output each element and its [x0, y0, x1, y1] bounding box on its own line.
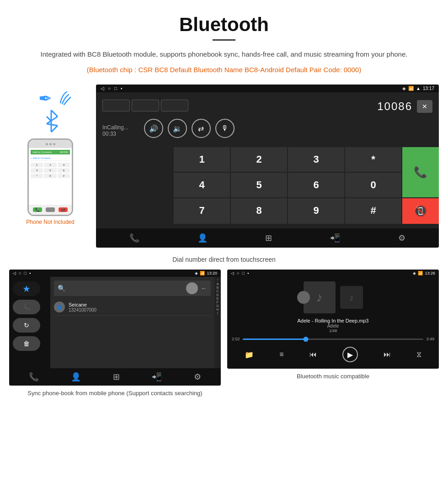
- music-artist: Adele: [298, 323, 369, 328]
- pb-nav-transfer[interactable]: 📲: [152, 372, 162, 382]
- pb-alpha-C[interactable]: C: [216, 290, 219, 293]
- pb-profile-circle: [186, 282, 198, 294]
- dial-key-9[interactable]: 9: [288, 198, 344, 224]
- dial-key-3[interactable]: 3: [288, 147, 344, 172]
- dial-key-8[interactable]: 8: [231, 198, 287, 224]
- pb-notif-icon: ▪: [29, 271, 31, 275]
- title-underline: [213, 39, 235, 41]
- nav-contacts-icon[interactable]: 👤: [197, 233, 208, 243]
- music-signal-icon: 📶: [418, 271, 423, 275]
- dial-key-5[interactable]: 5: [231, 173, 287, 197]
- volume-down-button[interactable]: 🔉: [168, 119, 187, 138]
- call-info: InCalling... 00:33: [102, 124, 128, 137]
- dial-key-7[interactable]: 7: [174, 198, 230, 224]
- phone-bottom-bar: 📞 📵: [29, 205, 72, 215]
- phonebook-alpha-index: * A B C D E F G H I: [214, 277, 221, 368]
- pb-search-icon: 🔍: [58, 285, 65, 292]
- music-home-icon: ○: [237, 271, 239, 275]
- pb-alpha-E[interactable]: E: [217, 297, 219, 300]
- phone-signal-icon: 📶: [408, 86, 414, 91]
- nav-keypad-icon[interactable]: ⊞: [265, 233, 272, 243]
- music-play-button[interactable]: ▶: [342, 347, 358, 362]
- phone-key-0: 0: [44, 174, 56, 178]
- mic-button[interactable]: 🎙: [215, 119, 235, 138]
- pb-nav-settings[interactable]: ⚙: [194, 372, 201, 382]
- page-description: Integrated with BC8 Bluetooth module, su…: [27, 49, 421, 60]
- dialer-number-display: [102, 100, 193, 113]
- phone-image: Add to ContactsMORE + Add to Contacts 1 …: [27, 138, 73, 216]
- music-total-time: 3:49: [426, 337, 434, 341]
- pb-delete-icon[interactable]: 🗑: [13, 336, 40, 351]
- phone-key-1: 1: [31, 163, 43, 167]
- music-prev-icon[interactable]: ⏮: [309, 350, 317, 359]
- pb-contact-name: Seicane: [69, 302, 96, 307]
- transfer-button[interactable]: ⇄: [192, 119, 211, 138]
- pb-home-icon: ○: [19, 271, 21, 275]
- phone-key-hash: #: [58, 174, 70, 178]
- phone-home-button: [46, 207, 55, 212]
- phone-end-button: 📵: [59, 207, 68, 212]
- pb-alpha-star[interactable]: *: [217, 279, 219, 282]
- dialer-caption: Dial number direct from touchscreen: [0, 252, 448, 270]
- music-eq-icon[interactable]: ⧖: [416, 350, 421, 359]
- music-next-icon[interactable]: ⏭: [384, 350, 391, 359]
- dial-end-button[interactable]: 📵: [402, 198, 439, 224]
- pb-back-arrow[interactable]: ←: [201, 285, 207, 292]
- status-right-icons: ◈ 📶 ▲ 13:17: [402, 86, 434, 91]
- pb-alpha-F[interactable]: F: [217, 301, 219, 304]
- pb-bluetooth-icon[interactable]: ★: [13, 281, 40, 296]
- phonebook-contact-row[interactable]: 👤 Seicane 13241007000: [54, 299, 211, 316]
- notification-icon: ▪: [121, 86, 123, 91]
- pb-alpha-A[interactable]: A: [217, 282, 219, 286]
- dial-key-hash[interactable]: #: [345, 198, 401, 224]
- pb-phone-icon[interactable]: 📞: [13, 300, 40, 314]
- phone-key-3: 3: [58, 163, 70, 167]
- dialer-bottom-nav: 📞 👤 ⊞ 📲 ⚙: [96, 228, 439, 248]
- music-item: ◁ ○ □ ▪ ◈ 📶 13:26 ♪: [227, 270, 439, 401]
- phonebook-caption: Sync phone-book from mobile phone (Suppo…: [9, 386, 221, 401]
- pb-alpha-H[interactable]: H: [216, 308, 219, 311]
- recents-icon: □: [114, 86, 117, 91]
- dial-answer-button[interactable]: 📞: [402, 147, 439, 197]
- music-folder-icon[interactable]: 📁: [245, 350, 254, 359]
- pb-nav-calls[interactable]: 📞: [29, 372, 39, 382]
- album-art-secondary: ♪: [340, 286, 363, 309]
- nav-settings-icon[interactable]: ⚙: [398, 233, 405, 243]
- music-progress-bar[interactable]: [243, 339, 424, 340]
- location-icon: ◈: [402, 86, 406, 91]
- nav-calls-icon[interactable]: 📞: [129, 233, 139, 243]
- dialer-keypad-wrapper: 1 2 3 * 📞 4 5 6 0 7 8 9 # 📵: [96, 147, 439, 224]
- pb-alpha-I[interactable]: I: [217, 312, 218, 315]
- nav-transfer-icon[interactable]: 📲: [330, 233, 340, 243]
- pb-time: 13:20: [207, 271, 217, 275]
- dialer-timer: 00:33: [102, 131, 128, 137]
- pb-alpha-B[interactable]: B: [217, 286, 219, 289]
- music-screen: ◁ ○ □ ▪ ◈ 📶 13:26 ♪: [227, 270, 439, 369]
- pb-alpha-D[interactable]: D: [216, 293, 219, 296]
- dial-key-1[interactable]: 1: [174, 147, 230, 172]
- phone-add-contact: + Add to Contacts: [31, 156, 70, 161]
- dialer-delete-button[interactable]: ✕: [417, 100, 432, 113]
- pb-nav-contacts[interactable]: 👤: [71, 372, 81, 382]
- phonebook-item: ◁ ○ □ ▪ ◈ 📶 13:20 ★ 📞: [9, 270, 221, 401]
- pb-nav-keypad[interactable]: ⊞: [113, 372, 120, 382]
- volume-up-button[interactable]: 🔊: [144, 119, 163, 138]
- dial-key-6[interactable]: 6: [288, 173, 344, 197]
- pb-contact-avatar: 👤: [54, 302, 65, 312]
- music-status-bar: ◁ ○ □ ▪ ◈ 📶 13:26: [227, 270, 439, 277]
- music-album-row: ♪ ♪: [304, 281, 363, 313]
- phonebook-bottom-nav: 📞 👤 ⊞ 📲 ⚙: [9, 368, 221, 386]
- bluetooth-symbol-icon: ✒: [38, 89, 52, 108]
- music-location-icon: ◈: [413, 271, 416, 275]
- phone-mockup-container: ✒: [14, 85, 87, 225]
- dial-key-4[interactable]: 4: [174, 173, 230, 197]
- dial-key-0[interactable]: 0: [345, 173, 401, 197]
- music-list-icon[interactable]: ≡: [279, 350, 283, 359]
- pb-alpha-G[interactable]: G: [216, 304, 219, 307]
- pb-refresh-icon[interactable]: ↻: [13, 318, 40, 333]
- dial-key-star[interactable]: *: [345, 147, 401, 172]
- phonebook-body: ★ 📞 ↻ 🗑 🔍: [9, 277, 221, 368]
- dial-key-2[interactable]: 2: [231, 147, 287, 172]
- phonebook-main: 🔍 ← 👤 Seicane 13241007000: [50, 277, 221, 368]
- music-back-icon: ◁: [231, 271, 234, 275]
